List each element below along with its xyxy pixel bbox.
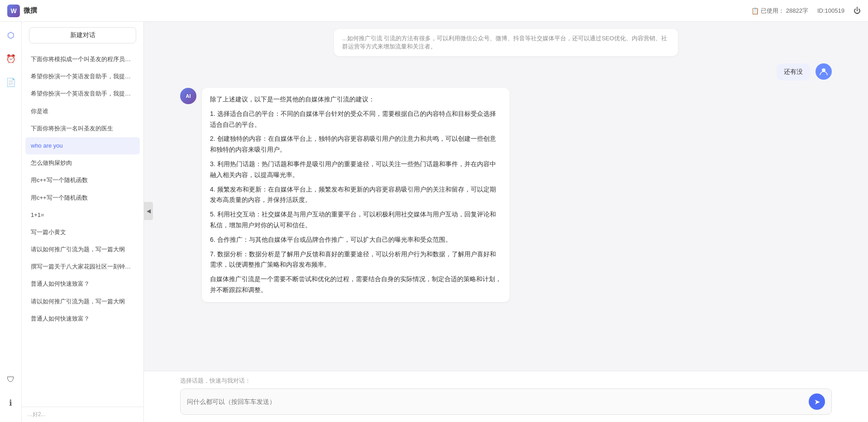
- sidebar-item-13[interactable]: 撰写一篇关于八大家花园社区一刻钟便民生...: [25, 258, 140, 275]
- sidebar-item-1[interactable]: 下面你将模拟成一个叫圣友的程序员，我说...: [25, 51, 140, 68]
- ai-point-1: 1. 选择适合自己的平台：不同的自媒体平台针对的受众不同，需要根据自己的内容特点…: [210, 109, 501, 130]
- truncated-message-row: ...如何推广引流 引流的方法有很多，可以利用微信公众号、微博、抖音等社交媒体平…: [180, 29, 832, 56]
- sidebar-item-15[interactable]: 请以如何推广引流为题，写一篇大纲: [25, 293, 140, 310]
- quick-select-label: 选择话题，快速与我对话：: [180, 377, 832, 385]
- ai-point-6: 6. 合作推广：与其他自媒体平台或品牌合作推广，可以扩大自己的曝光率和受众范围。: [210, 235, 501, 245]
- sidebar-item-2[interactable]: 希望你扮演一个英语发音助手，我提供给你...: [25, 68, 140, 85]
- sidebar-item-9[interactable]: 用c++写一个随机函数: [25, 189, 140, 206]
- document-icon: 📋: [751, 7, 759, 14]
- power-icon[interactable]: ⏻: [854, 7, 861, 15]
- nav-icon-shield[interactable]: 🛡: [3, 371, 19, 388]
- chat-input[interactable]: [187, 398, 805, 405]
- chat-input-row: ➤: [180, 388, 832, 415]
- new-conversation-button[interactable]: 新建对话: [29, 27, 136, 43]
- nav-icon-hexagon[interactable]: ⬡: [3, 27, 19, 43]
- send-button[interactable]: ➤: [809, 393, 825, 410]
- ai-message-bubble: 除了上述建议，以下是一些其他的自媒体推广引流的建议： 1. 选择适合自己的平台：…: [202, 88, 510, 302]
- icon-rail: ⬡ ⏰ 📄 🛡 ℹ: [0, 22, 22, 422]
- ai-point-5: 5. 利用社交互动：社交媒体是与用户互动的重要平台，可以积极利用社交媒体与用户互…: [210, 209, 501, 231]
- usage-indicator: 📋 已使用： 28822字: [751, 7, 808, 15]
- user-message-text: 还有没: [784, 68, 803, 75]
- sidebar-bottom-text: …好2...: [22, 407, 143, 422]
- truncated-message: ...如何推广引流 引流的方法有很多，可以利用微信公众号、微博、抖音等社交媒体平…: [334, 29, 678, 56]
- ai-intro: 除了上述建议，以下是一些其他的自媒体推广引流的建议：: [210, 94, 501, 105]
- sidebar-item-3[interactable]: 希望你扮演一个英语发音助手，我提供给你...: [25, 85, 140, 102]
- usage-label: 已使用：: [761, 7, 784, 15]
- user-message-bubble: 还有没: [777, 63, 810, 81]
- ai-conclusion: 自媒体推广引流是一个需要不断尝试和优化的过程，需要结合自身的实际情况，制定合适的…: [210, 274, 501, 296]
- chat-area: ...如何推广引流 引流的方法有很多，可以利用微信公众号、微博、抖音等社交媒体平…: [144, 22, 868, 422]
- chat-input-area: 选择话题，快速与我对话： ➤: [144, 371, 868, 422]
- sidebar-item-7[interactable]: 怎么做狗屎炒肉: [25, 154, 140, 172]
- sidebar-item-5[interactable]: 下面你将扮演一名叫圣友的医生: [25, 120, 140, 137]
- sidebar: 新建对话 下面你将模拟成一个叫圣友的程序员，我说... 希望你扮演一个英语发音助…: [22, 22, 144, 422]
- sidebar-item-8[interactable]: 用c++写一个随机函数: [25, 172, 140, 189]
- ai-point-3: 3. 利用热门话题：热门话题和事件是吸引用户的重要途径，可以关注一些热门话题和事…: [210, 159, 501, 181]
- sidebar-item-12[interactable]: 请以如何推广引流为题，写一篇大纲: [25, 241, 140, 258]
- ai-point-7: 7. 数据分析：数据分析是了解用户反馈和喜好的重要途径，可以分析用户行为和数据，…: [210, 249, 501, 271]
- chat-messages: ...如何推广引流 引流的方法有很多，可以利用微信公众号、微博、抖音等社交媒体平…: [144, 22, 868, 371]
- sidebar-item-11[interactable]: 写一篇小黄文: [25, 224, 140, 241]
- ai-message-row: AI 除了上述建议，以下是一些其他的自媒体推广引流的建议： 1. 选择适合自己的…: [180, 88, 832, 302]
- sidebar-item-6[interactable]: who are you: [25, 137, 140, 154]
- user-avatar: [816, 63, 832, 80]
- sidebar-item-4[interactable]: 你是谁: [25, 103, 140, 120]
- conversation-list: 下面你将模拟成一个叫圣友的程序员，我说... 希望你扮演一个英语发音助手，我提供…: [22, 49, 143, 407]
- user-message-row: 还有没: [180, 63, 832, 81]
- user-id: ID:100519: [817, 7, 844, 14]
- usage-count: 28822字: [786, 7, 808, 15]
- send-icon: ➤: [814, 398, 820, 406]
- app-logo: 微撰: [24, 6, 37, 15]
- logo-w-icon: W: [7, 5, 20, 17]
- sidebar-item-14[interactable]: 普通人如何快速致富？: [25, 275, 140, 293]
- main-layout: ⬡ ⏰ 📄 🛡 ℹ 新建对话 下面你将模拟成一个叫圣友的程序员，我说... 希望…: [0, 22, 868, 422]
- topbar: W 微撰 📋 已使用： 28822字 ID:100519 ⏻: [0, 0, 868, 22]
- ai-point-4: 4. 频繁发布和更新：在自媒体平台上，频繁发布和更新的内容更容易吸引用户的关注和…: [210, 184, 501, 206]
- sidebar-collapse-toggle[interactable]: ◀: [144, 202, 153, 220]
- ai-avatar: AI: [180, 88, 196, 104]
- nav-icon-doc[interactable]: 📄: [3, 74, 19, 91]
- sidebar-item-16[interactable]: 普通人如何快速致富？: [25, 310, 140, 327]
- nav-icon-info[interactable]: ℹ: [3, 395, 19, 411]
- topbar-right: 📋 已使用： 28822字 ID:100519 ⏻: [751, 7, 861, 15]
- nav-icon-clock[interactable]: ⏰: [3, 51, 19, 67]
- sidebar-item-10[interactable]: 1+1=: [25, 206, 140, 224]
- ai-point-2: 2. 创建独特的内容：在自媒体平台上，独特的内容更容易吸引用户的注意力和共鸣，可…: [210, 134, 501, 155]
